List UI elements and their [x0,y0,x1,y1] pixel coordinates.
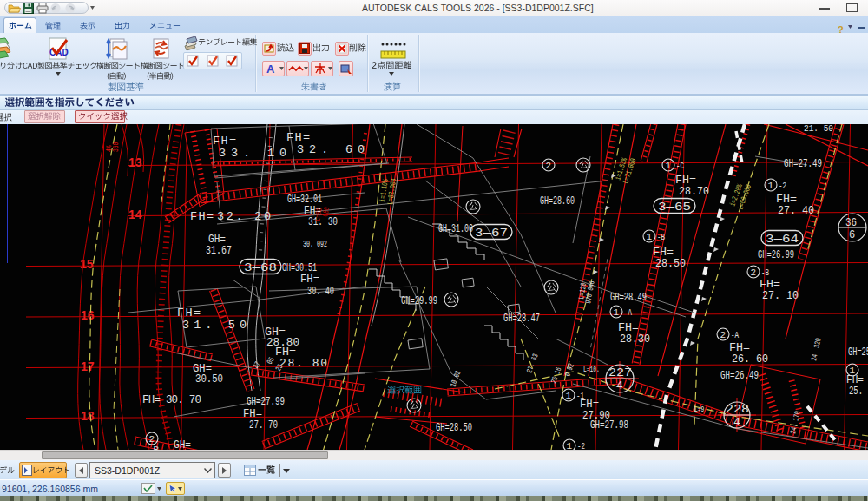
svg-text:-A: -A [624,307,632,318]
svg-text:36: 36 [845,217,857,229]
svg-text:3—68: 3—68 [244,261,277,274]
svg-text:27. 10: 27. 10 [762,289,799,302]
svg-text:4: 4 [733,416,740,429]
svg-text:4: 4 [616,379,623,392]
svg-text:-1: -1 [576,391,584,401]
svg-text:2: 2 [546,161,552,171]
svg-text:GH=28.49: GH=28.49 [610,292,647,304]
svg-text:-B: -B [761,267,769,278]
svg-text:GH=26.49: GH=26.49 [720,370,759,382]
svg-text:FH=: FH= [846,374,864,386]
svg-text:-B: -B [657,232,665,242]
svg-text:1: 1 [614,307,620,318]
svg-text:18: 18 [81,409,95,423]
svg-text:15: 15 [80,257,94,271]
svg-text:3—67: 3—67 [475,227,508,240]
svg-text:2: 2 [149,434,155,445]
svg-text:1: 1 [768,181,774,191]
svg-text:25.: 25. [849,386,863,398]
svg-text:27. 40: 27. 40 [778,204,814,217]
svg-text:GH=27.98: GH=27.98 [590,419,628,432]
svg-text:3—65: 3—65 [658,201,691,214]
svg-text:-C: -C [676,161,684,171]
svg-text:3—64: 3—64 [766,233,799,246]
svg-text:FH=: FH= [190,210,214,223]
svg-text:31. 30: 31. 30 [308,216,338,228]
svg-text:FH=: FH= [300,274,319,286]
svg-text:6: 6 [849,229,855,241]
svg-text:FH=: FH= [286,131,310,144]
svg-text:26. 60: 26. 60 [732,353,768,366]
svg-text:30. 40: 30. 40 [307,286,334,298]
svg-text:1: 1 [647,232,653,242]
svg-text:GH=28.47: GH=28.47 [503,313,540,325]
svg-text:-2: -2 [779,181,786,191]
svg-text:FH= 30. 70: FH= 30. 70 [142,394,201,406]
svg-text:228: 228 [726,403,749,416]
svg-text:FH=: FH= [213,135,236,148]
svg-text:-A: -A [731,330,739,340]
svg-text:28.30: 28.30 [620,333,650,346]
svg-text:2: 2 [720,330,727,340]
svg-text:17: 17 [81,359,95,373]
svg-text:GH=32.01: GH=32.01 [287,194,322,206]
svg-text:L=10.: L=10. [583,366,600,374]
svg-text:27. 70: 27. 70 [249,419,278,432]
svg-text:GH=28.60: GH=28.60 [540,195,575,208]
svg-text:GH=30.51: GH=30.51 [282,262,317,274]
svg-text:A: A [266,63,275,75]
svg-text:30. 092: 30. 092 [303,240,327,249]
svg-text:30.50: 30.50 [195,373,223,386]
svg-text:1: 1 [567,441,573,450]
svg-text:227: 227 [608,366,632,379]
svg-text:GH=25: GH=25 [848,346,868,359]
svg-text:1: 1 [850,366,856,376]
svg-text:FH=: FH= [177,307,201,320]
svg-text:16: 16 [81,308,95,322]
svg-text:-2: -2 [577,441,585,450]
svg-text:GH=: GH= [208,234,226,246]
svg-text:1: 1 [666,161,672,171]
svg-text:GH=26.99: GH=26.99 [758,249,794,261]
svg-text:GH=29.99: GH=29.99 [401,295,437,307]
svg-text:GH=: GH= [174,439,191,450]
svg-text:FH=: FH= [243,408,262,420]
svg-text:GH=31.00: GH=31.00 [438,223,473,235]
svg-text:GH=27.49: GH=27.49 [784,158,822,170]
svg-text:GH=28.50: GH=28.50 [436,422,472,434]
svg-text:28.70: 28.70 [679,185,709,198]
svg-text:28.50: 28.50 [655,257,686,270]
svg-text:2: 2 [751,267,757,278]
svg-text:31.67: 31.67 [206,245,232,257]
svg-text:680: 680 [321,207,332,218]
svg-text:14: 14 [128,208,142,221]
svg-text:21. 50: 21. 50 [804,124,833,134]
svg-text:GH=27.99: GH=27.99 [247,396,285,408]
svg-text:360: 360 [112,142,121,152]
svg-text:1: 1 [566,391,572,401]
svg-text:L=9: L=9 [694,405,704,414]
